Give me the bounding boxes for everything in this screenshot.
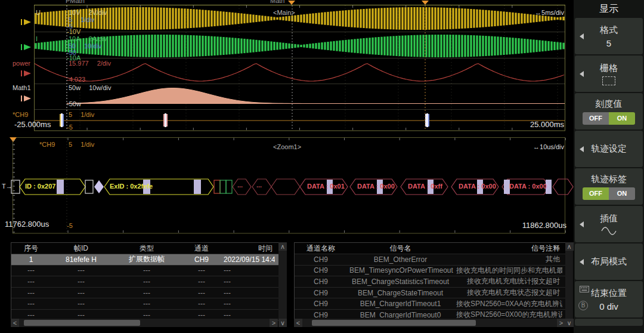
ch-u-scale-min: -10V	[67, 28, 80, 35]
signal-table-row[interactable]: CH9BEM_ChargerIdTimeout1接收SPN2560=0XAA的充…	[295, 298, 566, 310]
table-cell: ---	[221, 300, 275, 308]
decode-data-0: DATA : 0x01	[307, 183, 345, 190]
ch9-scale: 51/div	[69, 111, 94, 118]
table-cell: ---	[221, 289, 275, 297]
table-cell: ---	[182, 300, 221, 308]
format-label: 格式	[600, 24, 618, 36]
hscroll-thumb[interactable]	[24, 320, 140, 326]
trace-setting-button[interactable]: 轨迹设定	[575, 131, 643, 167]
table-cell: ---	[11, 266, 51, 275]
table-cell: BEM_TimesyncOrPowerTimeout	[347, 266, 454, 275]
scale-value-toggle[interactable]: OFF ON	[583, 112, 635, 125]
left-arrow-icon	[580, 33, 584, 39]
trigger-marker: T→	[2, 183, 13, 190]
format-button[interactable]: 格式 5	[575, 18, 643, 54]
table-cell: ---	[221, 266, 275, 275]
ch9-name: *CH9	[13, 111, 28, 118]
table-cell: 1	[11, 255, 51, 264]
frame-table-vscrollbar[interactable]: ∧ ∨	[278, 242, 287, 327]
table-cell: 接收充电机充电统计报文超时	[454, 276, 562, 286]
scroll-right-icon[interactable]: >	[557, 319, 565, 327]
table-cell: ---	[11, 289, 51, 297]
hscroll-thumb[interactable]	[312, 320, 476, 326]
column-header: 序号	[11, 243, 51, 254]
trace-label-label: 轨迹标签	[591, 174, 627, 185]
main-time-right: 25.000ms	[504, 121, 564, 128]
ch-math1-scale-min: -50w	[67, 100, 81, 107]
signal-table-row[interactable]: CH9BEM_TimesyncOrPowerTimeout接收充电机的时间同步和…	[295, 266, 566, 277]
grid-button[interactable]: 栅格	[575, 56, 643, 92]
signal-table-hscrollbar[interactable]: < >	[294, 319, 565, 327]
table-cell: ---	[112, 311, 182, 319]
table-cell: ---	[51, 300, 112, 308]
signal-table: 通道名称信号名信号注释CH9BEM_OtherError其他CH9BEM_Tim…	[294, 242, 566, 319]
table-cell: 扩展数据帧	[112, 254, 182, 264]
end-position-value: 0 div	[599, 301, 618, 312]
scroll-right-icon[interactable]: >	[270, 319, 278, 327]
interpolation-label: 插值	[600, 213, 618, 224]
frame-table-row[interactable]: ---------------	[11, 276, 278, 288]
frame-table-row[interactable]: ---------------	[11, 298, 278, 310]
scale-value-button[interactable]: 刻度值 OFF ON	[575, 93, 643, 130]
table-cell: ---	[112, 278, 182, 286]
toggle-on[interactable]: ON	[609, 187, 635, 200]
frame-table-row[interactable]: 181efefe H扩展数据帧CH92022/09/15 14:47:	[11, 254, 278, 266]
signal-table-row[interactable]: CH9BEM_ChargeStateTimeout接收充电机充电状态报文超时	[295, 288, 566, 299]
table-cell: 81efefe H	[51, 255, 112, 264]
table-cell: BEM_OtherError	[347, 255, 454, 264]
scroll-up-icon[interactable]: ∧	[565, 242, 574, 251]
frame-table-hscrollbar[interactable]: < >	[11, 319, 278, 327]
scroll-left-icon[interactable]: <	[294, 319, 302, 327]
table-cell: ---	[11, 300, 51, 308]
table-cell: 接收SPN2560=0XAA的充电机辨识报	[454, 299, 562, 309]
table-cell: ---	[221, 278, 275, 286]
trace-label-pmath: PMath	[66, 0, 85, 4]
left-arrow-icon	[580, 259, 584, 265]
signal-table-row[interactable]: CH9BEM_ChargeStatisticsTimeout接收充电机充电统计报…	[295, 276, 566, 288]
end-position-button[interactable]: B 结束位置 0 div	[575, 281, 643, 317]
table-cell: ---	[51, 278, 112, 286]
layout-mode-button[interactable]: 布局模式	[575, 243, 643, 280]
grid-frame-icon	[602, 76, 615, 85]
table-cell: BEM_ChargeStateTimeout	[347, 289, 454, 297]
signal-table-vscrollbar[interactable]: ∧ ∨	[565, 242, 573, 327]
oscilloscope-screen: PMath Math <Main> ↔5ms/div U 10V2V/div 5…	[0, 0, 644, 333]
zoom-window-title: <Zoom1>	[273, 143, 301, 150]
ch-power-name: power	[13, 60, 30, 67]
scroll-up-icon[interactable]: ∧	[278, 242, 287, 251]
sine-wave-icon	[600, 227, 617, 235]
left-arrow-icon	[580, 221, 584, 227]
toggle-off[interactable]: OFF	[583, 187, 609, 200]
toggle-on[interactable]: ON	[609, 112, 635, 125]
ch-math1-name: Math1	[13, 84, 31, 91]
column-header: 通道名称	[295, 243, 347, 254]
table-cell: ---	[182, 266, 221, 275]
scroll-down-icon[interactable]: ∨	[278, 319, 287, 327]
scroll-left-icon[interactable]: <	[11, 319, 19, 327]
table-cell: 其他	[454, 254, 562, 264]
jog-b-icon: B	[578, 301, 588, 310]
partial-button[interactable]	[575, 319, 643, 326]
signal-table-row[interactable]: CH9BEM_OtherError其他	[295, 254, 566, 266]
frame-table-row[interactable]: ---------------	[11, 266, 278, 277]
trace-label-toggle[interactable]: OFF ON	[583, 187, 635, 200]
column-header: 信号注释	[454, 243, 562, 254]
trace-label-button[interactable]: 轨迹标签 OFF ON	[575, 168, 643, 205]
table-cell: CH9	[182, 255, 221, 264]
toggle-off[interactable]: OFF	[583, 112, 609, 125]
table-cell: 接收充电机充电状态报文超时	[454, 288, 562, 298]
table-cell: ---	[51, 266, 112, 275]
frame-table-row[interactable]: ---------------	[11, 288, 278, 299]
ch-i-name: I	[36, 35, 38, 42]
trace-label-math: Math	[270, 0, 284, 4]
decode-dots1: ...	[237, 181, 243, 189]
interpolation-button[interactable]: 插值	[575, 206, 643, 242]
scroll-down-icon[interactable]: ∨	[565, 319, 574, 327]
table-cell: ---	[112, 300, 182, 308]
ch-u-name: U	[36, 9, 41, 16]
column-header: 时间	[221, 243, 275, 254]
ch9-scale-min: -5	[67, 124, 73, 131]
decode-id-field: ID : 0x207	[25, 183, 55, 190]
table-cell: ---	[221, 311, 275, 319]
table-cell: ---	[112, 266, 182, 275]
